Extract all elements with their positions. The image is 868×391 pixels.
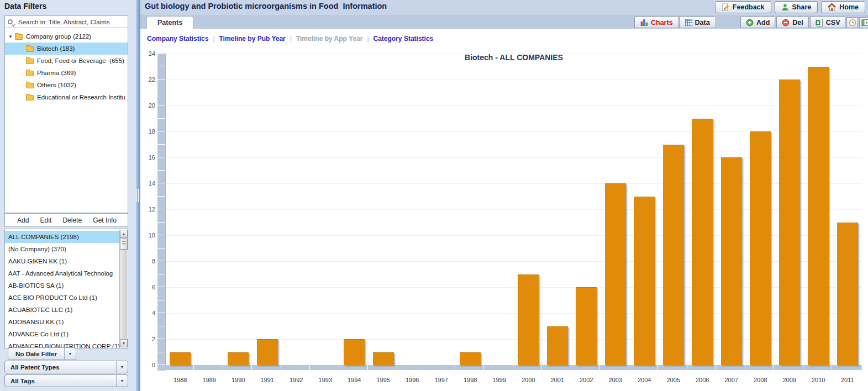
company-list-item[interactable]: AAKU GIKEN KK (1): [5, 255, 120, 267]
y-tick-label: 4: [140, 310, 155, 316]
bar[interactable]: [605, 183, 626, 365]
tree-item[interactable]: Biotech (183): [5, 43, 128, 55]
company-list-item[interactable]: ADOBANSU KK (1): [5, 316, 120, 328]
scrollbar-thumb[interactable]: [120, 239, 128, 250]
splitter-grip-icon[interactable]: [136, 189, 140, 202]
y-tick-label: 0: [140, 362, 155, 368]
add-button[interactable]: Add: [740, 17, 775, 28]
search-input[interactable]: ▾ Search in: Title, Abstract, Claims: [4, 15, 128, 28]
feedback-button[interactable]: Feedback: [715, 1, 771, 13]
home-button[interactable]: Home: [821, 1, 865, 13]
app-window: Data Filters ▾ Search in: Title, Abstrac…: [0, 0, 868, 391]
bar-chart: Biotech - ALL COMPANIES 0246810121416182…: [140, 29, 868, 391]
x-tick-label: 1996: [398, 377, 427, 383]
y-tick-label: 2: [140, 336, 155, 342]
charts-view-button[interactable]: Charts: [634, 17, 679, 28]
y-tick-label: 22: [140, 76, 155, 83]
company-group-tree: ▼ Company group (2122) Biotech (183)Food…: [4, 28, 128, 213]
folder-icon: [26, 95, 34, 101]
bar[interactable]: [344, 339, 365, 365]
y-tick-label: 12: [140, 206, 155, 213]
folder-icon: [26, 59, 34, 64]
scroll-up-icon[interactable]: ▲: [120, 230, 128, 238]
chevron-down-icon[interactable]: ▼: [116, 361, 128, 373]
tree-action-add[interactable]: Add: [17, 216, 29, 224]
collapse-panel-button[interactable]: [859, 17, 868, 28]
chevron-down-icon[interactable]: ▼: [116, 375, 128, 387]
chart-title: Biotech - ALL COMPANIES: [166, 53, 862, 62]
page-title: Gut biology and Probiotic microorganisms…: [145, 2, 387, 10]
y-tick-label: 24: [140, 50, 155, 57]
tree-item-company-group[interactable]: ▼ Company group (2122): [5, 30, 128, 43]
bar[interactable]: [692, 119, 713, 366]
tree-item[interactable]: Educational or Research Institu: [5, 91, 128, 103]
chevron-down-icon[interactable]: ▼: [64, 348, 76, 360]
company-list-item[interactable]: ADVANCE Co Ltd (1): [5, 328, 120, 340]
bar[interactable]: [837, 223, 858, 366]
bar[interactable]: [518, 274, 539, 366]
date-filter-dropdown[interactable]: No Date Filter ▼: [8, 347, 76, 360]
delete-button[interactable]: Del: [776, 17, 808, 28]
tree-action-get-info[interactable]: Get Info: [93, 216, 117, 224]
x-tick-label: 1994: [340, 377, 369, 383]
bar[interactable]: [547, 326, 568, 366]
bar[interactable]: [808, 67, 829, 366]
company-list-item[interactable]: (No Company) (370): [5, 243, 120, 255]
x-tick-label: 1990: [224, 377, 253, 383]
x-tick-label: 1989: [195, 377, 224, 383]
x-tick-label: 1992: [282, 377, 311, 383]
tree-action-edit[interactable]: Edit: [40, 216, 52, 224]
x-tick-label: 2000: [514, 377, 543, 383]
company-list-item[interactable]: AB-BIOTICS SA (1): [5, 279, 120, 292]
csv-export-button[interactable]: CSV: [810, 17, 846, 28]
company-list-scrollbar[interactable]: ▲ ▼: [119, 230, 127, 347]
y-tick-label: 6: [140, 284, 155, 290]
bar[interactable]: [257, 339, 278, 365]
bar[interactable]: [750, 131, 771, 365]
minus-circle-icon: [782, 19, 790, 27]
sidebar-title: Data Filters: [4, 2, 46, 10]
company-list-item[interactable]: ACE BIO PRODUCT Co Ltd (1): [5, 292, 120, 304]
patent-types-dropdown[interactable]: All Patent Types ▼: [4, 361, 128, 373]
x-tick-label: 2010: [804, 377, 833, 383]
bar[interactable]: [576, 287, 597, 365]
company-list-item[interactable]: AAT - Advanced Analytical Technolog: [5, 267, 120, 279]
history-button[interactable]: [846, 17, 858, 28]
bar[interactable]: [170, 352, 191, 366]
bar[interactable]: [663, 145, 684, 366]
tree-item[interactable]: Others (1032): [5, 79, 128, 91]
company-list-item[interactable]: ACUABIOTEC LLC (1): [5, 304, 120, 316]
bar[interactable]: [228, 352, 249, 366]
search-placeholder: Search in: Title, Abstract, Claims: [18, 19, 110, 25]
table-icon: [685, 19, 692, 26]
plus-circle-icon: [746, 19, 754, 27]
person-icon: [781, 3, 789, 11]
tab-strip: Patents Charts Data Add Del: [140, 15, 868, 29]
expand-caret-icon[interactable]: ▼: [8, 34, 13, 39]
scroll-down-icon[interactable]: ▼: [120, 339, 128, 347]
bar[interactable]: [779, 80, 800, 365]
company-list-item[interactable]: ALL COMPANIES (2198): [5, 231, 120, 243]
bar[interactable]: [721, 157, 742, 365]
collapse-panel-icon: [861, 19, 868, 27]
y-tick-label: 20: [140, 102, 155, 109]
gridline: [166, 80, 862, 80]
bar[interactable]: [634, 197, 655, 366]
data-view-button[interactable]: Data: [679, 17, 716, 28]
tags-dropdown[interactable]: All Tags ▼: [4, 374, 128, 387]
gridline: [166, 54, 862, 54]
tree-item[interactable]: Food, Feed or Beverage (655): [5, 55, 128, 67]
folder-icon: [26, 71, 34, 76]
gridline: [166, 105, 862, 106]
bar[interactable]: [460, 352, 481, 366]
x-axis: [157, 365, 862, 370]
share-button[interactable]: Share: [775, 1, 818, 13]
tab-patents[interactable]: Patents: [146, 16, 193, 29]
pencil-icon: [722, 3, 729, 11]
bar[interactable]: [373, 352, 394, 366]
sidebar-splitter[interactable]: [136, 0, 140, 391]
search-icon: [8, 19, 13, 24]
x-tick-label: 1988: [166, 377, 195, 383]
tree-item[interactable]: Pharma (369): [5, 67, 128, 79]
tree-action-delete[interactable]: Delete: [62, 216, 82, 224]
